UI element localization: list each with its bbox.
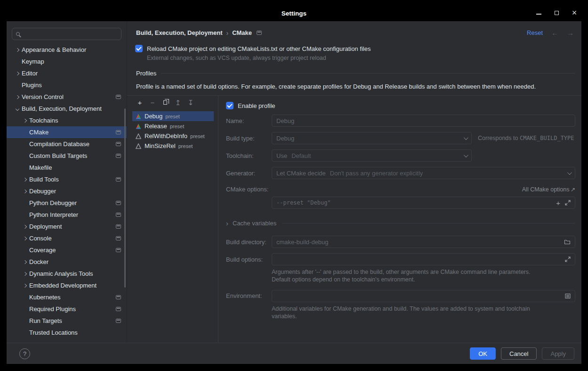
profile-item-minsizerel[interactable]: MinSizeRelpreset xyxy=(132,141,214,151)
sidebar-item-plugins[interactable]: Plugins xyxy=(7,79,127,91)
per-project-settings-icon xyxy=(116,95,121,99)
all-cmake-options-link[interactable]: All CMake options↗ xyxy=(522,186,575,193)
sidebar-item-cmake[interactable]: CMake xyxy=(7,126,127,138)
sidebar-item-embedded-development[interactable]: Embedded Development xyxy=(7,280,127,291)
chevron-right-icon xyxy=(21,272,29,275)
profile-item-relwithdebinfo[interactable]: RelWithDebInfopreset xyxy=(132,131,214,141)
maximize-button[interactable] xyxy=(553,9,560,16)
content-row: Appearance & BehaviorKeymapEditorPlugins… xyxy=(7,21,581,343)
help-icon: ? xyxy=(23,350,26,357)
add-icon: + xyxy=(138,99,142,107)
folder-icon[interactable] xyxy=(564,239,571,245)
divider xyxy=(282,223,575,223)
sidebar-item-label: Embedded Development xyxy=(29,282,97,289)
sidebar-item-trusted-locations[interactable]: Trusted Locations xyxy=(7,327,127,338)
cache-variables-section[interactable]: › Cache variables xyxy=(226,219,575,227)
sidebar-item-deployment[interactable]: Deployment xyxy=(7,221,127,232)
ok-button[interactable]: OK xyxy=(470,347,496,360)
cmake-logo-icon xyxy=(136,124,141,129)
copy-icon xyxy=(163,100,167,105)
expand-icon[interactable] xyxy=(565,200,571,206)
profile-item-debug[interactable]: Debugpreset xyxy=(132,111,214,121)
build-type-note: Corresponds to CMAKE_BUILD_TYPE xyxy=(478,135,574,141)
back-icon[interactable]: ← xyxy=(551,29,558,37)
profile-preset-tag: preset xyxy=(170,124,185,129)
sidebar-item-docker[interactable]: Docker xyxy=(7,256,127,268)
chevron-right-icon xyxy=(13,96,22,99)
settings-search[interactable] xyxy=(12,28,121,40)
chevron-right-icon xyxy=(21,225,29,228)
name-field[interactable]: Debug xyxy=(272,115,575,127)
variables-list-icon[interactable] xyxy=(565,293,571,299)
sidebar-item-label: Makefile xyxy=(29,164,52,171)
help-button[interactable]: ? xyxy=(19,348,30,359)
sidebar-item-editor[interactable]: Editor xyxy=(7,67,127,79)
build-options-field[interactable] xyxy=(272,253,575,265)
expand-icon[interactable] xyxy=(565,256,571,262)
chevron-right-icon xyxy=(21,237,29,240)
reload-cmake-label: Reload CMake project on editing CMakeLis… xyxy=(147,45,371,52)
cmake-options-field[interactable]: --preset "Debug" + xyxy=(272,197,575,209)
sidebar-item-coverage[interactable]: Coverage xyxy=(7,244,127,256)
remove-icon: − xyxy=(151,99,155,107)
move-up-button[interactable]: ↥ xyxy=(173,98,183,108)
sidebar: Appearance & BehaviorKeymapEditorPlugins… xyxy=(7,21,127,343)
reset-link[interactable]: Reset xyxy=(527,29,543,36)
sidebar-item-console[interactable]: Console xyxy=(7,232,127,244)
close-button[interactable]: × xyxy=(571,9,578,16)
build-type-select[interactable]: Debug xyxy=(272,132,472,144)
sidebar-scrollbar[interactable] xyxy=(124,108,126,288)
sidebar-item-keymap[interactable]: Keymap xyxy=(7,56,127,67)
build-options-label: Build options: xyxy=(226,256,272,263)
breadcrumb-item-current[interactable]: CMake xyxy=(232,29,252,36)
build-options-hint-line2: Default options depend on the toolchain'… xyxy=(272,276,575,283)
enable-profile-row[interactable]: Enable profile xyxy=(226,102,575,109)
sidebar-item-toolchains[interactable]: Toolchains xyxy=(7,115,127,126)
generator-value-hint: Don't pass any generator explicitly xyxy=(330,170,423,177)
window-controls: × xyxy=(535,9,578,16)
generator-row: Generator: Let CMake decide Don't pass a… xyxy=(226,167,575,179)
reload-cmake-row[interactable]: Reload CMake project on editing CMakeLis… xyxy=(135,45,572,52)
sidebar-item-makefile[interactable]: Makefile xyxy=(7,162,127,173)
remove-profile-button[interactable]: − xyxy=(147,98,158,108)
add-profile-button[interactable]: + xyxy=(135,98,145,108)
sidebar-item-kubernetes[interactable]: Kubernetes xyxy=(7,291,127,303)
search-input[interactable] xyxy=(23,31,117,38)
sidebar-item-python-interpreter[interactable]: Python Interpreter xyxy=(7,209,127,221)
environment-field[interactable] xyxy=(272,290,575,302)
chevron-right-icon xyxy=(21,284,29,287)
move-down-button[interactable]: ↧ xyxy=(185,98,196,108)
add-option-icon[interactable]: + xyxy=(556,199,560,206)
toolchain-select[interactable]: Use Default xyxy=(272,149,472,162)
reload-cmake-checkbox[interactable] xyxy=(135,45,143,52)
breadcrumb-item-parent[interactable]: Build, Execution, Deployment xyxy=(136,29,222,36)
sidebar-item-python-debugger[interactable]: Python Debugger xyxy=(7,197,127,209)
cmake-logo-gray-icon xyxy=(136,133,141,139)
sidebar-item-version-control[interactable]: Version Control xyxy=(7,91,127,103)
minimize-icon xyxy=(536,14,541,15)
minimize-button[interactable] xyxy=(535,9,542,16)
sidebar-item-appearance-behavior[interactable]: Appearance & Behavior xyxy=(7,44,127,56)
sidebar-item-run-targets[interactable]: Run Targets xyxy=(7,315,127,327)
sidebar-item-build-tools[interactable]: Build Tools xyxy=(7,173,127,185)
build-directory-field[interactable]: cmake-build-debug xyxy=(272,236,575,248)
apply-button[interactable]: Apply xyxy=(542,347,574,360)
cancel-button[interactable]: Cancel xyxy=(501,347,537,360)
sidebar-item-build-execution-deployment[interactable]: Build, Execution, Deployment xyxy=(7,103,127,115)
sidebar-item-debugger[interactable]: Debugger xyxy=(7,185,127,197)
copy-profile-button[interactable] xyxy=(160,98,170,108)
sidebar-item-dynamic-analysis-tools[interactable]: Dynamic Analysis Tools xyxy=(7,268,127,280)
sidebar-item-compilation-database[interactable]: Compilation Database xyxy=(7,138,127,150)
settings-window: Settings × Appearance & BehaviorKeymapEd… xyxy=(0,0,588,371)
forward-icon[interactable]: → xyxy=(567,29,574,37)
profile-item-release[interactable]: Releasepreset xyxy=(132,121,214,131)
chevron-down-icon xyxy=(464,135,468,140)
chevron-down-icon xyxy=(464,153,468,157)
generator-select[interactable]: Let CMake decide Don't pass any generato… xyxy=(272,167,575,179)
sidebar-item-label: Required Plugins xyxy=(29,305,76,313)
name-value: Debug xyxy=(276,117,294,124)
enable-profile-checkbox[interactable] xyxy=(226,102,234,109)
breadcrumb: Build, Execution, Deployment › CMake xyxy=(136,29,262,37)
sidebar-item-required-plugins[interactable]: Required Plugins xyxy=(7,303,127,315)
sidebar-item-custom-build-targets[interactable]: Custom Build Targets xyxy=(7,150,127,162)
